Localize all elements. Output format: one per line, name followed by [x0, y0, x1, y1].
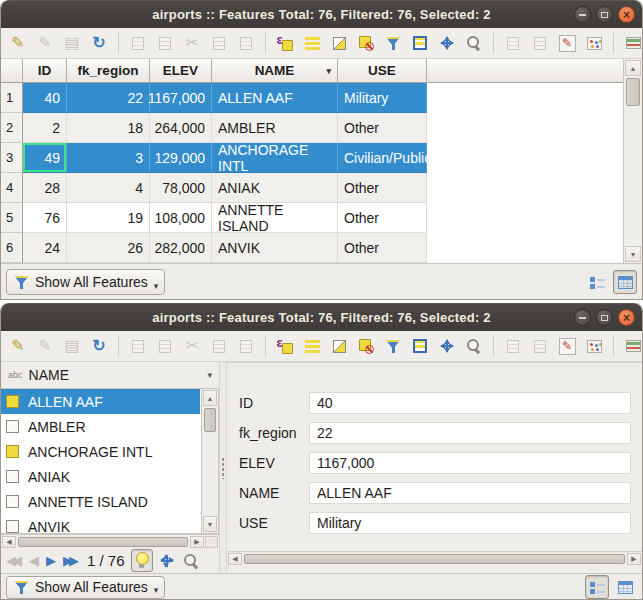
- select-by-form-button[interactable]: [381, 30, 405, 56]
- table-cell[interactable]: Military: [338, 83, 427, 113]
- scroll-up-button[interactable]: ▲: [203, 390, 217, 406]
- previous-feature-button[interactable]: ◀: [27, 553, 41, 568]
- close-button[interactable]: ×: [618, 309, 635, 326]
- feature-list-item[interactable]: AMBLER: [1, 414, 200, 439]
- scrollbar-track[interactable]: [202, 433, 218, 515]
- table-cell[interactable]: ANVIK: [212, 233, 338, 263]
- select-all-button[interactable]: [300, 30, 324, 56]
- field-value-input[interactable]: ALLEN AAF: [309, 482, 631, 504]
- preview-field-selector[interactable]: abc NAME ▾: [1, 362, 219, 388]
- scrollbar-thumb[interactable]: [204, 408, 216, 432]
- minimize-button[interactable]: [574, 6, 591, 23]
- select-all-button[interactable]: [300, 333, 324, 359]
- column-header-id[interactable]: ID: [23, 59, 67, 83]
- table-cell[interactable]: Other: [338, 233, 427, 263]
- toggle-editing-button[interactable]: ✎: [6, 30, 30, 56]
- row-number-cell[interactable]: 2: [1, 113, 23, 143]
- table-cell[interactable]: 1167,000: [150, 83, 212, 113]
- field-value-input[interactable]: 40: [309, 392, 631, 414]
- select-by-form-button[interactable]: [381, 333, 405, 359]
- feature-list-item[interactable]: ANVIK: [1, 514, 200, 534]
- table-row[interactable]: 2218264,000AMBLEROther: [1, 113, 642, 143]
- row-number-cell[interactable]: 3: [1, 143, 23, 173]
- field-value-input[interactable]: 1167,000: [309, 452, 631, 474]
- table-row[interactable]: 140221167,000ALLEN AAFMilitary: [1, 83, 642, 113]
- scroll-left-button[interactable]: ◀: [228, 553, 242, 565]
- table-row[interactable]: 62426282,000ANVIKOther: [1, 233, 642, 263]
- scroll-right-button[interactable]: ▶: [190, 536, 204, 548]
- row-number-cell[interactable]: 6: [1, 233, 23, 263]
- list-vertical-scrollbar[interactable]: ▲ ▼: [201, 389, 218, 533]
- table-cell[interactable]: ANIAK: [212, 173, 338, 203]
- conditional-formatting-button[interactable]: [582, 30, 606, 56]
- scrollbar-thumb[interactable]: [244, 554, 625, 564]
- selection-swatch-icon[interactable]: [6, 470, 19, 483]
- reload-table-button[interactable]: ↻: [87, 333, 111, 359]
- table-cell[interactable]: ANNETTE ISLAND: [212, 203, 338, 233]
- scroll-up-button[interactable]: ▲: [625, 60, 641, 76]
- table-cell[interactable]: 4: [67, 173, 150, 203]
- select-by-expression-button[interactable]: [273, 30, 297, 56]
- maximize-button[interactable]: [596, 309, 613, 326]
- form-view-toggle-button[interactable]: [585, 270, 609, 294]
- table-view-toggle-button[interactable]: [613, 270, 637, 294]
- table-cell[interactable]: ALLEN AAF: [212, 83, 338, 113]
- field-value-input[interactable]: 22: [309, 422, 631, 444]
- table-cell[interactable]: 19: [67, 203, 150, 233]
- row-number-cell[interactable]: 5: [1, 203, 23, 233]
- table-view-toggle-button[interactable]: [613, 575, 637, 599]
- first-feature-button[interactable]: ◀◀: [4, 553, 24, 568]
- table-cell[interactable]: Other: [338, 113, 427, 143]
- table-cell[interactable]: AMBLER: [212, 113, 338, 143]
- titlebar[interactable]: airports :: Features Total: 76, Filtered…: [1, 303, 642, 331]
- invert-selection-button[interactable]: [327, 30, 351, 56]
- highlight-feature-button[interactable]: [131, 549, 153, 572]
- table-cell[interactable]: 264,000: [150, 113, 212, 143]
- select-by-expression-button[interactable]: [273, 333, 297, 359]
- next-feature-button[interactable]: ▶: [44, 553, 58, 568]
- table-cell[interactable]: 3: [67, 143, 150, 173]
- toggle-editing-button[interactable]: ✎: [6, 333, 30, 359]
- table-row[interactable]: 428478,000ANIAKOther: [1, 173, 642, 203]
- selection-swatch-icon[interactable]: [6, 520, 19, 533]
- zoom-to-selection-button[interactable]: [462, 333, 486, 359]
- column-header-name[interactable]: NAME▾: [212, 59, 338, 83]
- table-cell[interactable]: ANCHORAGE INTL: [212, 143, 338, 173]
- table-cell[interactable]: 49: [23, 143, 67, 173]
- scroll-down-button[interactable]: ▼: [203, 516, 217, 532]
- row-number-cell[interactable]: 1: [1, 83, 23, 113]
- table-cell[interactable]: 129,000: [150, 143, 212, 173]
- feature-list-item[interactable]: ALLEN AAF: [1, 389, 200, 414]
- table-row[interactable]: 3493129,000ANCHORAGE INTLCivilian/Public: [1, 143, 642, 173]
- table-cell[interactable]: 76: [23, 203, 67, 233]
- move-selection-to-top-button[interactable]: [408, 30, 432, 56]
- show-all-features-button[interactable]: Show All Features ▾: [6, 269, 165, 295]
- table-cell[interactable]: 40: [23, 83, 67, 113]
- table-cell[interactable]: 26: [67, 233, 150, 263]
- row-number-cell[interactable]: 4: [1, 173, 23, 203]
- titlebar[interactable]: airports :: Features Total: 76, Filtered…: [1, 0, 642, 28]
- panel-splitter[interactable]: [219, 362, 227, 573]
- vertical-scrollbar[interactable]: ▲ ▼: [623, 59, 642, 263]
- pan-to-selection-button[interactable]: [435, 333, 459, 359]
- close-button[interactable]: ×: [618, 6, 635, 23]
- selection-swatch-icon[interactable]: [6, 495, 19, 508]
- scrollbar-thumb[interactable]: [18, 537, 188, 547]
- reload-table-button[interactable]: ↻: [87, 30, 111, 56]
- table-cell[interactable]: Other: [338, 173, 427, 203]
- column-header-use[interactable]: USE: [338, 59, 427, 83]
- form-horizontal-scrollbar[interactable]: ◀ ▶: [227, 551, 642, 565]
- form-view-toggle-button[interactable]: [585, 575, 609, 599]
- scroll-down-button[interactable]: ▼: [625, 246, 641, 262]
- invert-selection-button[interactable]: [327, 333, 351, 359]
- table-cell[interactable]: Civilian/Public: [338, 143, 427, 173]
- table-cell[interactable]: 28: [23, 173, 67, 203]
- column-header-elev[interactable]: ELEV: [150, 59, 212, 83]
- list-horizontal-scrollbar[interactable]: ◀ ▶: [1, 534, 219, 548]
- pan-to-feature-button[interactable]: [156, 549, 178, 572]
- deselect-all-button[interactable]: [354, 333, 378, 359]
- field-calculator-button[interactable]: ✎: [555, 30, 579, 56]
- table-cell[interactable]: 108,000: [150, 203, 212, 233]
- feature-list-item[interactable]: ANCHORAGE INTL: [1, 439, 200, 464]
- dock-table-button[interactable]: [621, 333, 643, 359]
